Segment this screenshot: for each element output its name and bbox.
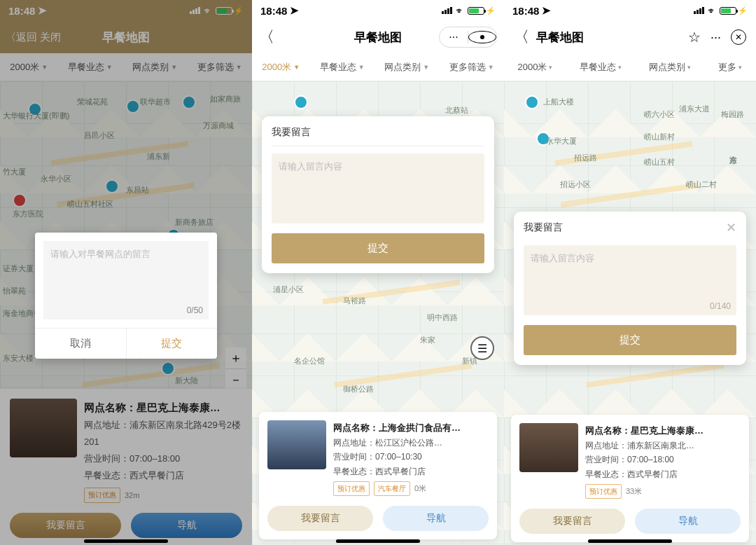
close-icon[interactable]: ✕ — [731, 29, 746, 45]
filter-more[interactable]: 更多▾ — [718, 61, 742, 74]
submit-button[interactable]: 提交 — [127, 329, 218, 359]
star-icon[interactable]: ☆ — [688, 29, 701, 46]
poi-tag: 汽车餐厅 — [374, 481, 410, 496]
location-icon: ➤ — [290, 4, 299, 17]
status-bar: 18:48➤ ᯤ ⚡ — [252, 0, 504, 21]
filter-distance[interactable]: 2000米▾ — [518, 61, 553, 74]
navigate-button[interactable]: 导航 — [635, 509, 741, 534]
message-dialog: ✕ 我要留言 请输入留言内容 0/140 提交 — [514, 212, 746, 365]
home-indicator — [84, 539, 168, 543]
more-icon[interactable]: ··· — [440, 31, 468, 43]
placeholder: 请输入对早餐网点的留言 — [50, 249, 150, 259]
leave-message-button[interactable]: 我要留言 — [519, 509, 625, 534]
filter-bar: 2000米▾ 早餐业态▾ 网点类别▾ 更多▾ — [504, 53, 756, 81]
home-indicator — [336, 539, 420, 543]
home-indicator — [588, 539, 672, 543]
close-icon[interactable]: ✕ — [726, 220, 736, 235]
more-icon[interactable]: ··· — [710, 30, 721, 45]
poi-tag: 预订优惠 — [585, 484, 622, 499]
leave-message-button[interactable]: 我要留言 — [267, 506, 373, 531]
dialog-title: 我要留言 — [524, 221, 736, 241]
poi-card: 网点名称：上海金拱门食品有… 网点地址：松江区沪松公路… 营业时间：07:00–… — [259, 412, 497, 539]
wifi-icon: ᯤ — [456, 6, 465, 16]
poi-card: 网点名称：星巴克上海泰康… 网点地址：浦东新区南泉北… 营业时间：07:00–1… — [511, 415, 749, 542]
filter-pointtype[interactable]: 网点类别▼ — [384, 61, 429, 74]
char-counter: 0/140 — [710, 301, 731, 311]
list-toggle-button[interactable]: ☰ — [470, 336, 494, 360]
nav-header: 〈 早餐地图 ··· — [252, 21, 504, 53]
back-button[interactable]: 〈 — [252, 29, 281, 45]
message-textarea[interactable]: 请输入留言内容 0/140 — [524, 245, 736, 315]
battery-icon — [468, 7, 484, 15]
back-button[interactable]: 〈 — [507, 29, 536, 45]
filter-more[interactable]: 更多筛选▼ — [449, 61, 494, 74]
cancel-button[interactable]: 取消 — [35, 329, 127, 359]
message-dialog: 请输入对早餐网点的留言 0/50 取消 提交 — [35, 233, 217, 359]
filter-bar: 2000米▼ 早餐业态▼ 网点类别▼ 更多筛选▼ — [252, 53, 504, 81]
message-textarea[interactable]: 请输入留言内容 — [272, 153, 484, 223]
submit-button[interactable]: 提交 — [272, 233, 484, 263]
filter-distance[interactable]: 2000米▼ — [262, 61, 300, 74]
poi-image — [519, 423, 578, 472]
message-textarea[interactable]: 请输入对早餐网点的留言 0/50 — [43, 241, 209, 319]
poi-image — [267, 420, 326, 469]
placeholder: 请输入留言内容 — [531, 253, 594, 263]
message-dialog: 我要留言 请输入留言内容 提交 — [262, 116, 494, 273]
page-title: 早餐地图 — [536, 29, 584, 46]
target-icon[interactable] — [468, 31, 496, 43]
status-bar: 18:48➤ ᯤ ⚡ — [504, 0, 756, 21]
submit-button[interactable]: 提交 — [524, 325, 736, 355]
nav-header: 〈 早餐地图 ☆ ··· ✕ — [504, 21, 756, 53]
miniprogram-capsule[interactable]: ··· — [439, 27, 497, 48]
poi-tag: 预订优惠 — [333, 481, 370, 496]
char-counter: 0/50 — [187, 305, 203, 315]
dialog-title: 我要留言 — [272, 126, 484, 146]
location-icon: ➤ — [542, 4, 551, 17]
filter-biztype[interactable]: 早餐业态▾ — [580, 61, 622, 74]
placeholder: 请输入留言内容 — [279, 161, 342, 172]
navigate-button[interactable]: 导航 — [383, 506, 489, 531]
filter-biztype[interactable]: 早餐业态▼ — [320, 61, 365, 74]
battery-icon — [720, 7, 736, 15]
filter-pointtype[interactable]: 网点类别▾ — [649, 61, 691, 74]
wifi-icon: ᯤ — [708, 6, 717, 16]
signal-icon — [442, 7, 453, 14]
signal-icon — [694, 7, 705, 14]
